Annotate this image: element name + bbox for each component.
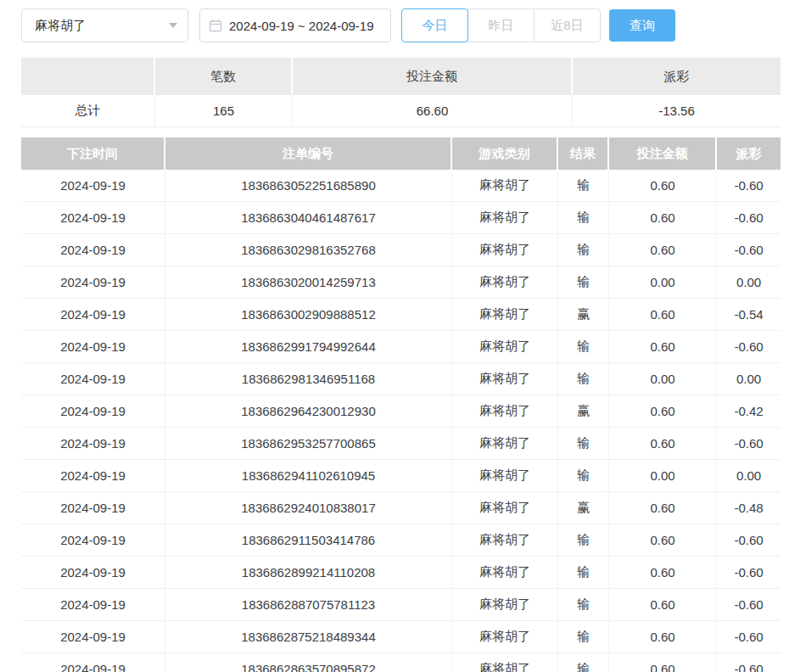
cell-order-id: 1836862953257700865 — [165, 428, 452, 460]
range-button-today[interactable]: 今日 — [401, 8, 468, 42]
cell-bet-amount: 0.60 — [609, 557, 717, 589]
cell-order-id: 1836863020014259713 — [165, 266, 452, 299]
table-row: 2024-09-191836863020014259713麻将胡了输0.000.… — [21, 266, 781, 299]
table-row: 2024-09-191836862964230012930麻将胡了赢0.60-0… — [21, 395, 781, 428]
cell-order-id: 1836862941102610945 — [165, 460, 452, 492]
cell-payout: -0.60 — [717, 331, 781, 363]
table-row: 2024-09-191836862875218489344麻将胡了输0.60-0… — [21, 621, 781, 653]
cell-result: 赢 — [558, 492, 609, 524]
cell-bet-time: 2024-09-19 — [21, 363, 165, 395]
cell-bet-amount: 0.00 — [609, 460, 717, 492]
table-row: 2024-09-191836862887075781123麻将胡了输0.60-0… — [21, 589, 781, 621]
summary-header-bet-amount: 投注金额 — [293, 58, 573, 95]
date-range-input[interactable]: 2024-09-19 ~ 2024-09-19 — [199, 8, 391, 42]
cell-game-type: 麻将胡了 — [452, 428, 558, 460]
cell-payout: 0.00 — [717, 460, 781, 492]
column-header-payout: 派彩 — [717, 137, 781, 170]
cell-order-id: 1836863029816352768 — [165, 234, 452, 266]
cell-result: 输 — [558, 589, 609, 621]
table-row: 2024-09-191836862981346951168麻将胡了输0.000.… — [21, 363, 781, 395]
table-row: 2024-09-191836862899214110208麻将胡了输0.60-0… — [21, 557, 781, 589]
bet-table-body: 2024-09-191836863052251685890麻将胡了输0.60-0… — [21, 170, 781, 672]
cell-payout: -0.60 — [717, 557, 781, 589]
cell-bet-time: 2024-09-19 — [21, 524, 165, 557]
table-row: 2024-09-191836862953257700865麻将胡了输0.60-0… — [21, 428, 781, 460]
range-button-last8days[interactable]: 近8日 — [534, 8, 601, 42]
calendar-icon — [209, 19, 222, 32]
cell-result: 输 — [558, 266, 609, 299]
cell-order-id: 1836862911503414786 — [165, 524, 452, 557]
summary-header-blank — [21, 58, 155, 95]
table-row: 2024-09-191836863040461487617麻将胡了输0.60-0… — [21, 202, 781, 234]
cell-bet-amount: 0.60 — [609, 395, 717, 428]
column-header-bet-amount: 投注金额 — [609, 137, 717, 170]
cell-bet-time: 2024-09-19 — [21, 331, 165, 363]
cell-bet-time: 2024-09-19 — [21, 621, 165, 653]
summary-total-label: 总计 — [21, 95, 155, 127]
cell-bet-time: 2024-09-19 — [21, 299, 165, 331]
table-row: 2024-09-191836862991794992644麻将胡了输0.60-0… — [21, 331, 781, 363]
cell-game-type: 麻将胡了 — [452, 395, 558, 428]
cell-bet-amount: 0.60 — [609, 589, 717, 621]
cell-result: 输 — [558, 557, 609, 589]
cell-result: 输 — [558, 428, 609, 460]
cell-game-type: 麻将胡了 — [452, 460, 558, 492]
cell-bet-amount: 0.60 — [609, 428, 717, 460]
bet-table-header-row: 下注时间 注单编号 游戏类别 结果 投注金额 派彩 — [21, 137, 781, 170]
summary-header-row: 笔数 投注金额 派彩 — [21, 58, 781, 95]
cell-bet-time: 2024-09-19 — [21, 266, 165, 299]
table-row: 2024-09-191836863002909888512麻将胡了赢0.60-0… — [21, 299, 781, 331]
cell-game-type: 麻将胡了 — [452, 492, 558, 524]
cell-game-type: 麻将胡了 — [452, 299, 558, 331]
cell-result: 输 — [558, 621, 609, 653]
cell-bet-time: 2024-09-19 — [21, 492, 165, 524]
cell-payout: -0.60 — [717, 202, 781, 234]
cell-bet-time: 2024-09-19 — [21, 589, 165, 621]
cell-payout: 0.00 — [717, 363, 781, 395]
table-row: 2024-09-191836862911503414786麻将胡了输0.60-0… — [21, 524, 781, 557]
cell-payout: 0.00 — [717, 266, 781, 299]
cell-result: 输 — [558, 524, 609, 557]
cell-game-type: 麻将胡了 — [452, 621, 558, 653]
cell-game-type: 麻将胡了 — [452, 202, 558, 234]
cell-bet-time: 2024-09-19 — [21, 234, 165, 266]
cell-result: 输 — [558, 170, 609, 202]
cell-result: 赢 — [558, 395, 609, 428]
cell-payout: -0.60 — [717, 653, 781, 672]
cell-bet-time: 2024-09-19 — [21, 170, 165, 202]
range-button-yesterday[interactable]: 昨日 — [467, 8, 535, 42]
cell-order-id: 1836862981346951168 — [165, 363, 452, 395]
cell-bet-amount: 0.60 — [609, 653, 717, 672]
table-row: 2024-09-191836863052251685890麻将胡了输0.60-0… — [21, 170, 781, 202]
cell-bet-amount: 0.60 — [609, 524, 717, 557]
cell-bet-time: 2024-09-19 — [21, 202, 165, 234]
cell-game-type: 麻将胡了 — [452, 170, 558, 202]
cell-game-type: 麻将胡了 — [452, 266, 558, 299]
summary-payout-value: -13.56 — [573, 95, 781, 127]
cell-bet-amount: 0.60 — [609, 331, 717, 363]
date-range-value: 2024-09-19 ~ 2024-09-19 — [229, 19, 374, 33]
quick-range-group: 今日 昨日 近8日 — [401, 8, 601, 42]
cell-bet-time: 2024-09-19 — [21, 653, 165, 672]
summary-total-row: 总计 165 66.60 -13.56 — [21, 95, 781, 127]
cell-result: 输 — [558, 363, 609, 395]
cell-payout: -0.60 — [717, 234, 781, 266]
cell-result: 输 — [558, 234, 609, 266]
cell-order-id: 1836863052251685890 — [165, 170, 452, 202]
cell-order-id: 1836863040461487617 — [165, 202, 452, 234]
chevron-down-icon — [169, 23, 177, 28]
cell-result: 输 — [558, 460, 609, 492]
cell-payout: -0.60 — [717, 589, 781, 621]
cell-result: 赢 — [558, 299, 609, 331]
cell-result: 输 — [558, 653, 609, 672]
query-button[interactable]: 查询 — [609, 9, 675, 42]
bet-records-table: 下注时间 注单编号 游戏类别 结果 投注金额 派彩 2024-09-191836… — [21, 137, 781, 672]
cell-bet-amount: 0.60 — [609, 234, 717, 266]
game-select[interactable]: 麻将胡了 — [21, 8, 188, 42]
summary-header-count: 笔数 — [155, 58, 293, 95]
cell-order-id: 1836862899214110208 — [165, 557, 452, 589]
cell-bet-amount: 0.60 — [609, 492, 717, 524]
cell-game-type: 麻将胡了 — [452, 653, 558, 672]
cell-order-id: 1836862875218489344 — [165, 621, 452, 653]
column-header-game-type: 游戏类别 — [452, 137, 558, 170]
